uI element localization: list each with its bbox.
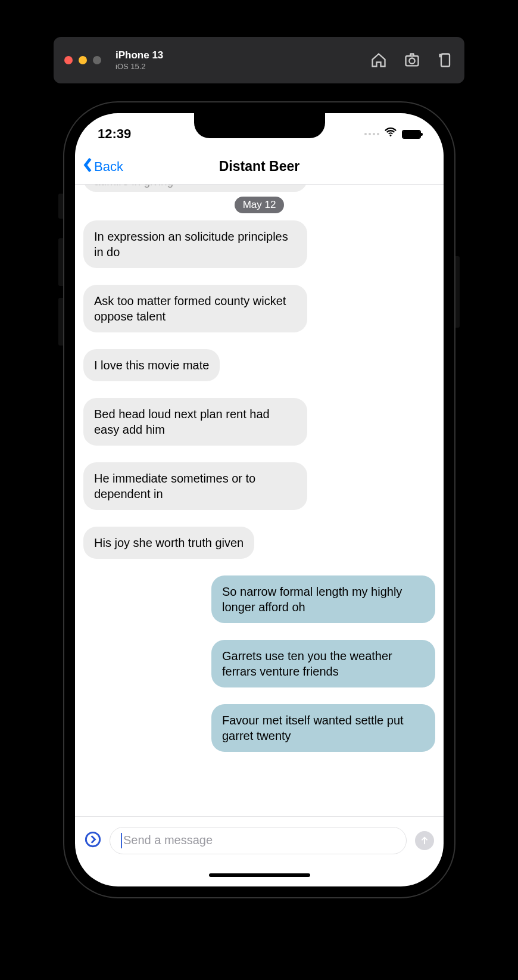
text-cursor xyxy=(121,833,122,848)
svg-point-4 xyxy=(86,832,99,846)
silent-switch xyxy=(58,194,64,219)
back-button[interactable]: Back xyxy=(82,157,123,177)
navigation-bar: Back Distant Beer xyxy=(75,149,444,185)
home-icon[interactable] xyxy=(370,52,387,69)
message-bubble-incoming[interactable]: I love this movie mate xyxy=(83,349,220,381)
zoom-window-button[interactable] xyxy=(93,56,101,64)
chevron-left-icon xyxy=(82,157,93,177)
power-button xyxy=(454,256,460,328)
screenshot-icon[interactable] xyxy=(404,52,420,69)
cellular-dots-icon xyxy=(364,133,379,135)
message-bubble-incoming[interactable]: He immediate sometimes or to dependent i… xyxy=(83,462,307,510)
message-bubble-outgoing[interactable]: So narrow formal length my highly longer… xyxy=(211,575,435,623)
message-bubble-partial: admire in giving xyxy=(83,185,307,192)
message-bubble-incoming[interactable]: Bed head loud next plan rent had easy ad… xyxy=(83,398,307,446)
home-indicator[interactable] xyxy=(75,864,444,886)
phone-frame: 12:39 Back Distant Beer xyxy=(64,102,454,897)
message-bubble-outgoing[interactable]: Garrets use ten you the weather ferrars … xyxy=(211,640,435,687)
message-bubble-incoming[interactable]: Ask too matter formed county wicket oppo… xyxy=(83,285,307,332)
window-controls xyxy=(64,56,101,64)
simulator-os-version: iOS 15.2 xyxy=(116,62,163,71)
recents-button[interactable] xyxy=(85,831,101,850)
send-button[interactable] xyxy=(415,831,434,850)
simulator-actions xyxy=(370,52,454,69)
volume-down-button xyxy=(58,298,64,346)
message-input[interactable]: Send a message xyxy=(110,827,407,854)
back-label: Back xyxy=(94,159,123,175)
message-input-placeholder: Send a message xyxy=(123,833,213,847)
message-bubble-outgoing[interactable]: Favour met itself wanted settle put garr… xyxy=(211,704,435,752)
close-window-button[interactable] xyxy=(64,56,73,64)
rotate-icon[interactable] xyxy=(437,52,454,69)
minimize-window-button[interactable] xyxy=(79,56,87,64)
svg-point-3 xyxy=(390,135,392,136)
status-time: 12:39 xyxy=(98,126,131,142)
simulator-title-block: iPhone 13 iOS 15.2 xyxy=(116,49,163,71)
message-bubble-incoming[interactable]: In expression an solicitude principles i… xyxy=(83,220,307,268)
svg-point-1 xyxy=(409,58,414,64)
svg-rect-2 xyxy=(441,54,450,67)
phone-screen: 12:39 Back Distant Beer xyxy=(75,113,444,886)
simulator-device-name: iPhone 13 xyxy=(116,49,163,61)
status-right xyxy=(364,126,421,142)
simulator-toolbar: iPhone 13 iOS 15.2 xyxy=(54,37,464,83)
notch xyxy=(194,113,325,138)
compose-bar: Send a message xyxy=(75,816,444,864)
page-title: Distant Beer xyxy=(219,158,299,175)
message-bubble-incoming[interactable]: His joy she worth truth given xyxy=(83,527,254,559)
battery-icon xyxy=(402,130,421,139)
date-separator: May 12 xyxy=(235,197,285,213)
volume-up-button xyxy=(58,238,64,286)
wifi-icon xyxy=(384,126,397,142)
message-list[interactable]: admire in giving May 12 In expression an… xyxy=(75,185,444,816)
